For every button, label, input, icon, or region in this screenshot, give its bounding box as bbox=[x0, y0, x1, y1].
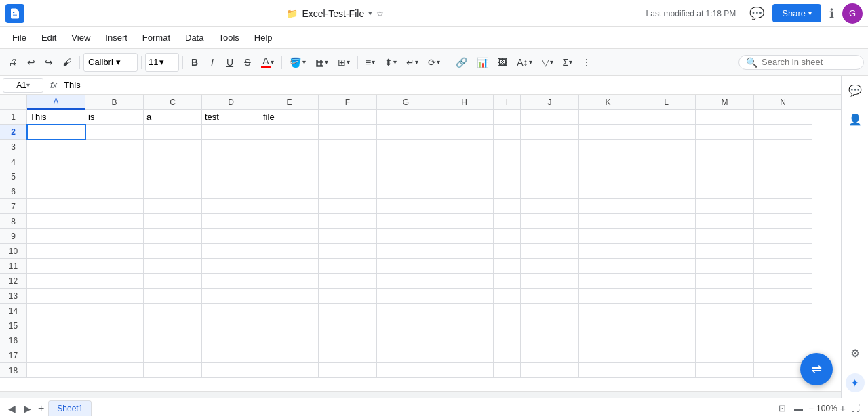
row-header-6[interactable]: 6 bbox=[0, 184, 27, 199]
cell-I14[interactable] bbox=[494, 304, 521, 318]
valign-button[interactable]: ⬍▾ bbox=[380, 53, 401, 72]
cell-M12[interactable] bbox=[696, 274, 754, 289]
cell-E2[interactable] bbox=[260, 125, 319, 140]
cell-L13[interactable] bbox=[637, 289, 696, 304]
cell-F8[interactable] bbox=[319, 214, 377, 229]
cell-G10[interactable] bbox=[377, 244, 435, 259]
cell-M2[interactable] bbox=[696, 125, 754, 140]
cell-I13[interactable] bbox=[494, 289, 521, 304]
cell-B18[interactable] bbox=[85, 363, 144, 378]
formula-input[interactable] bbox=[61, 79, 855, 91]
cell-F16[interactable] bbox=[319, 333, 377, 348]
cell-I15[interactable] bbox=[494, 318, 521, 333]
cell-N13[interactable] bbox=[754, 289, 812, 304]
cell-J17[interactable] bbox=[521, 348, 579, 363]
cell-E6[interactable] bbox=[260, 184, 319, 199]
cell-I11[interactable] bbox=[494, 259, 521, 274]
functions-button[interactable]: Σ▾ bbox=[559, 53, 577, 72]
cell-M14[interactable] bbox=[696, 304, 754, 318]
cell-A13[interactable] bbox=[27, 289, 85, 304]
cell-J1[interactable] bbox=[521, 110, 579, 125]
cell-B14[interactable] bbox=[85, 304, 144, 318]
menu-data[interactable]: Data bbox=[178, 30, 210, 45]
cell-B13[interactable] bbox=[85, 289, 144, 304]
cell-H1[interactable] bbox=[435, 110, 494, 125]
cell-I4[interactable] bbox=[494, 154, 521, 169]
cell-J2[interactable] bbox=[521, 125, 579, 140]
cell-H9[interactable] bbox=[435, 229, 494, 244]
comments-icon-btn[interactable]: 💬 bbox=[747, 3, 767, 24]
comments-panel-button[interactable]: 💬 bbox=[846, 81, 865, 100]
cell-D7[interactable] bbox=[202, 199, 260, 214]
cell-D10[interactable] bbox=[202, 244, 260, 259]
cell-L11[interactable] bbox=[637, 259, 696, 274]
cell-H12[interactable] bbox=[435, 274, 494, 289]
cell-J14[interactable] bbox=[521, 304, 579, 318]
cell-G7[interactable] bbox=[377, 199, 435, 214]
cell-A10[interactable] bbox=[27, 244, 85, 259]
cell-A17[interactable] bbox=[27, 348, 85, 363]
cell-F7[interactable] bbox=[319, 199, 377, 214]
insert-image-button[interactable]: 🖼 bbox=[494, 53, 511, 72]
borders-button[interactable]: ▦▾ bbox=[311, 53, 332, 72]
filter-button[interactable]: ▽▾ bbox=[538, 53, 557, 72]
cell-J16[interactable] bbox=[521, 333, 579, 348]
paint-format-button[interactable]: 🖌 bbox=[58, 53, 76, 72]
zoom-out-button[interactable]: − bbox=[808, 403, 814, 414]
file-name[interactable]: Excel-Test-File bbox=[302, 8, 364, 19]
strikethrough-button[interactable]: S bbox=[239, 53, 256, 72]
cell-L18[interactable] bbox=[637, 363, 696, 378]
cell-D9[interactable] bbox=[202, 229, 260, 244]
people-panel-button[interactable]: 👤 bbox=[846, 110, 865, 129]
cell-G2[interactable] bbox=[377, 125, 435, 140]
fullscreen-button[interactable]: ⛶ bbox=[848, 400, 863, 416]
font-size-selector[interactable]: 11 ▾ bbox=[145, 53, 179, 72]
cell-M1[interactable] bbox=[696, 110, 754, 125]
cell-I17[interactable] bbox=[494, 348, 521, 363]
cell-L7[interactable] bbox=[637, 199, 696, 214]
cell-F5[interactable] bbox=[319, 169, 377, 184]
cell-L4[interactable] bbox=[637, 154, 696, 169]
cell-H14[interactable] bbox=[435, 304, 494, 318]
row-header-14[interactable]: 14 bbox=[0, 304, 27, 318]
cell-K4[interactable] bbox=[579, 154, 637, 169]
cell-F2[interactable] bbox=[319, 125, 377, 140]
col-header-M[interactable]: M bbox=[696, 95, 754, 110]
cell-N12[interactable] bbox=[754, 274, 812, 289]
cell-H15[interactable] bbox=[435, 318, 494, 333]
col-header-A[interactable]: A bbox=[27, 95, 85, 110]
cell-G12[interactable] bbox=[377, 274, 435, 289]
cell-F4[interactable] bbox=[319, 154, 377, 169]
cell-B9[interactable] bbox=[85, 229, 144, 244]
sheet-nav-next[interactable]: ▶ bbox=[21, 402, 34, 415]
cell-A14[interactable] bbox=[27, 304, 85, 318]
cell-N2[interactable] bbox=[754, 125, 812, 140]
cell-C12[interactable] bbox=[144, 274, 202, 289]
cell-J12[interactable] bbox=[521, 274, 579, 289]
cell-C13[interactable] bbox=[144, 289, 202, 304]
cell-E11[interactable] bbox=[260, 259, 319, 274]
cell-B12[interactable] bbox=[85, 274, 144, 289]
cell-K13[interactable] bbox=[579, 289, 637, 304]
row-header-8[interactable]: 8 bbox=[0, 214, 27, 229]
cell-D12[interactable] bbox=[202, 274, 260, 289]
cell-J18[interactable] bbox=[521, 363, 579, 378]
cell-B6[interactable] bbox=[85, 184, 144, 199]
row-header-5[interactable]: 5 bbox=[0, 169, 27, 184]
merge-cells-button[interactable]: ⊞▾ bbox=[334, 53, 354, 72]
cell-B1[interactable]: is bbox=[85, 110, 144, 125]
cell-J8[interactable] bbox=[521, 214, 579, 229]
col-header-D[interactable]: D bbox=[202, 95, 260, 110]
cell-K16[interactable] bbox=[579, 333, 637, 348]
row-header-7[interactable]: 7 bbox=[0, 199, 27, 214]
cell-H5[interactable] bbox=[435, 169, 494, 184]
cell-B2[interactable] bbox=[85, 125, 144, 140]
cell-N8[interactable] bbox=[754, 214, 812, 229]
info-icon-btn[interactable]: ℹ bbox=[827, 3, 837, 24]
cell-M18[interactable] bbox=[696, 363, 754, 378]
cell-G4[interactable] bbox=[377, 154, 435, 169]
cell-M16[interactable] bbox=[696, 333, 754, 348]
cell-H18[interactable] bbox=[435, 363, 494, 378]
cell-K10[interactable] bbox=[579, 244, 637, 259]
theme-settings-button[interactable]: ⚙ bbox=[848, 344, 863, 362]
